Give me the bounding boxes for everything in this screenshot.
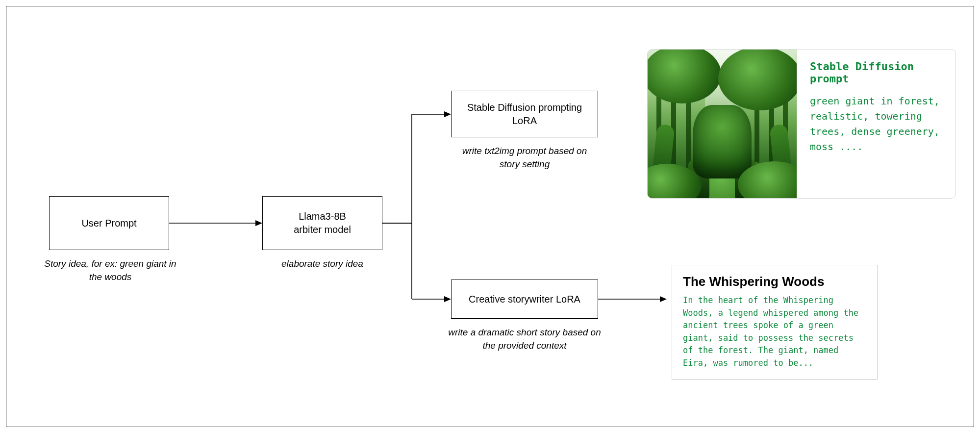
node-arbiter-label: Llama3-8B arbiter model: [294, 210, 351, 236]
svg-marker-5: [444, 111, 451, 117]
caption-user-prompt: Story idea, for ex: green giant in the w…: [39, 257, 181, 283]
output-sd-image: [648, 50, 797, 198]
node-sd-lora-label: Stable Diffusion prompting LoRA: [467, 101, 582, 127]
arrow-story-to-output: [598, 294, 667, 304]
node-user-prompt: User Prompt: [49, 196, 169, 250]
arrow-arbiter-to-story: [382, 222, 451, 305]
caption-sd-lora: write txt2img prompt based on story sett…: [451, 145, 598, 171]
output-sd-card: Stable Diffusion prompt green giant in f…: [647, 49, 956, 199]
node-story-lora: Creative storywriter LoRA: [451, 280, 598, 319]
output-story-body: In the heart of the Whispering Woods, a …: [683, 294, 866, 369]
arrow-user-to-arbiter: [169, 218, 262, 228]
node-user-prompt-label: User Prompt: [81, 217, 136, 230]
svg-marker-9: [444, 296, 451, 302]
output-story-title: The Whispering Woods: [683, 274, 866, 289]
svg-marker-11: [660, 296, 667, 302]
output-story-card: The Whispering Woods In the heart of the…: [672, 265, 878, 380]
output-sd-body: green giant in forest, realistic, toweri…: [810, 94, 943, 154]
caption-story-lora: write a dramatic short story based on th…: [441, 326, 608, 352]
arrow-arbiter-to-sd: [382, 110, 451, 228]
output-sd-title: Stable Diffusion prompt: [810, 60, 943, 85]
node-sd-lora: Stable Diffusion prompting LoRA: [451, 91, 598, 137]
node-story-lora-label: Creative storywriter LoRA: [469, 293, 580, 306]
output-sd-text-panel: Stable Diffusion prompt green giant in f…: [797, 50, 955, 198]
node-arbiter: Llama3-8B arbiter model: [262, 196, 382, 250]
svg-marker-1: [255, 220, 262, 226]
caption-arbiter: elaborate story idea: [262, 257, 382, 271]
